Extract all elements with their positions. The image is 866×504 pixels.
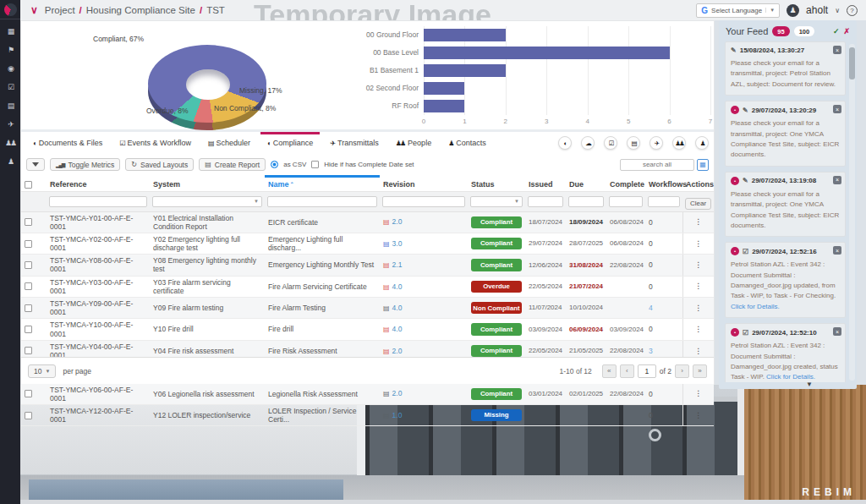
first-page-button[interactable]: « — [602, 364, 617, 378]
tab-scheduler[interactable]: ▤Scheduler — [200, 132, 259, 154]
column-header-system[interactable]: System — [150, 177, 265, 192]
row-checkbox[interactable] — [25, 347, 32, 354]
filter-due-input[interactable] — [568, 196, 604, 207]
row-checkbox[interactable] — [25, 304, 32, 312]
row-checkbox[interactable] — [25, 390, 32, 397]
row-checkbox[interactable] — [25, 412, 32, 419]
revision-link[interactable]: 4.0 — [392, 304, 403, 312]
row-actions-menu[interactable]: ⋮ — [682, 276, 714, 297]
revision-link[interactable]: 2.0 — [392, 347, 403, 355]
saved-layouts-button[interactable]: ↻Saved Layouts — [125, 158, 194, 171]
hide-complete-checkbox[interactable] — [311, 161, 319, 168]
row-actions-menu[interactable]: ⋮ — [682, 383, 714, 404]
revision-link[interactable]: 1.0 — [392, 411, 403, 419]
breadcrumb-site[interactable]: Housing Compliance Site — [86, 5, 195, 15]
revision-link[interactable]: 2.1 — [392, 260, 403, 269]
app-logo[interactable] — [0, 0, 20, 19]
click-for-details-link[interactable]: Click for Details. — [731, 303, 780, 310]
flag-icon[interactable]: ⚑ — [8, 47, 13, 54]
breadcrumb-project[interactable]: Project — [45, 5, 75, 15]
filter-issued-input[interactable] — [528, 196, 563, 207]
calendar-icon[interactable]: ▤ — [8, 102, 14, 110]
cloud-circle-icon[interactable]: ☁ — [581, 136, 595, 150]
send-icon[interactable]: ✈ — [8, 121, 13, 129]
row-actions-menu[interactable]: ⋮ — [682, 319, 714, 340]
column-header-status[interactable]: Status — [468, 177, 525, 192]
filter-complete-input[interactable] — [609, 196, 643, 207]
tab-events-workflow[interactable]: ☑Events & Workflow — [111, 132, 200, 154]
row-checkbox[interactable] — [25, 261, 32, 269]
user-menu-caret-icon[interactable]: ∨ — [835, 7, 840, 14]
select-all-checkbox[interactable] — [25, 181, 32, 189]
people-circle-icon[interactable]: ♟♟ — [672, 136, 686, 150]
row-actions-menu[interactable]: ⋮ — [682, 211, 714, 233]
row-checkbox[interactable] — [25, 218, 32, 226]
filter-button[interactable] — [26, 158, 45, 171]
row-actions-menu[interactable]: ⋮ — [682, 298, 714, 319]
workflows-count[interactable]: 3 — [649, 347, 653, 355]
row-checkbox[interactable] — [25, 240, 32, 248]
tab-contacts[interactable]: ♟Contacts — [440, 132, 495, 154]
feed-scrollbar-track[interactable] — [849, 44, 855, 381]
revision-link[interactable]: 3.0 — [392, 239, 403, 248]
row-actions-menu[interactable]: ⋮ — [682, 233, 714, 254]
tab-documents-files[interactable]: ◐Documents & Files — [25, 132, 111, 154]
filter-revision-input[interactable] — [382, 196, 465, 207]
revision-link[interactable]: 2.0 — [392, 389, 403, 397]
row-actions-menu[interactable]: ⋮ — [682, 404, 714, 425]
toggle-metrics-button[interactable]: ▂▄▆Toggle Metrics — [50, 158, 120, 171]
column-header-issued[interactable]: Issued — [525, 177, 566, 192]
filter-system-select[interactable]: ▼ — [152, 196, 262, 207]
dismiss-notification-button[interactable]: × — [833, 46, 841, 54]
tab-people[interactable]: ♟♟People — [387, 132, 440, 154]
person-circle-icon[interactable]: ♟ — [695, 136, 709, 150]
column-header-reference[interactable]: Reference — [47, 177, 150, 192]
filter-status-select[interactable]: ▼ — [470, 196, 523, 207]
dismiss-notification-button[interactable]: × — [833, 176, 841, 184]
user-name[interactable]: aholt — [806, 4, 828, 16]
revision-link[interactable]: 4.0 — [392, 325, 403, 333]
last-page-button[interactable]: » — [693, 364, 707, 378]
feed-scrollbar-thumb[interactable] — [849, 47, 855, 79]
user-avatar[interactable]: ♟ — [787, 4, 799, 17]
breadcrumb-tst[interactable]: TST — [206, 5, 225, 15]
apps-grid-icon[interactable]: ▦ — [8, 28, 14, 36]
row-checkbox[interactable] — [25, 326, 32, 333]
dismiss-notification-button[interactable]: × — [833, 105, 841, 113]
column-header-workflows[interactable]: Workflows — [645, 177, 682, 192]
send-circle-icon[interactable]: ✈ — [650, 136, 663, 150]
as-csv-radio[interactable] — [271, 161, 278, 168]
dismiss-notification-button[interactable]: × — [833, 246, 841, 255]
column-header-revision[interactable]: Revision — [380, 177, 468, 192]
create-report-button[interactable]: ▤Create Report — [199, 158, 266, 171]
breadcrumb-chevron-icon[interactable]: ∨ — [30, 4, 38, 16]
search-calendar-icon[interactable]: ▦ — [697, 159, 709, 171]
feed-scroll-down-icon[interactable]: ▼ — [806, 381, 813, 388]
filter-name-input[interactable] — [267, 196, 377, 207]
help-button[interactable]: ? — [847, 5, 858, 16]
per-page-select[interactable]: 10▼ — [28, 364, 56, 378]
column-header-complete[interactable]: Complete — [606, 177, 645, 192]
column-header-name[interactable]: Name ˆ — [265, 177, 380, 192]
tasks-icon[interactable]: ☑ — [8, 84, 13, 91]
tab-compliance[interactable]: ◐Compliance — [259, 132, 321, 154]
feed-close-icon[interactable]: ✗ — [843, 27, 850, 36]
filter-reference-input[interactable] — [49, 196, 147, 207]
dismiss-notification-button[interactable]: × — [833, 327, 841, 336]
prev-page-button[interactable]: ‹ — [620, 364, 634, 378]
row-actions-menu[interactable]: ⋮ — [682, 255, 714, 276]
globe-circle-icon[interactable]: ◐ — [558, 136, 572, 150]
calendar-circle-icon[interactable]: ▤ — [627, 136, 640, 150]
person-icon[interactable]: ♟ — [8, 158, 13, 166]
people-icon[interactable]: ♟♟ — [5, 140, 15, 147]
language-selector[interactable]: G Select Language ▼ — [696, 3, 780, 18]
revision-link[interactable]: 4.0 — [392, 282, 403, 291]
feed-mark-all-read-icon[interactable]: ✓ — [833, 27, 840, 36]
column-header-actions[interactable]: Actions — [682, 177, 714, 192]
page-number-input[interactable] — [638, 364, 656, 378]
workflows-count[interactable]: 4 — [649, 304, 653, 312]
clear-filters-button[interactable]: Clear — [685, 198, 711, 210]
globe-icon[interactable]: ◉ — [8, 65, 13, 73]
column-header-due[interactable]: Due — [566, 177, 606, 192]
tasks-circle-icon[interactable]: ☑ — [604, 136, 617, 150]
